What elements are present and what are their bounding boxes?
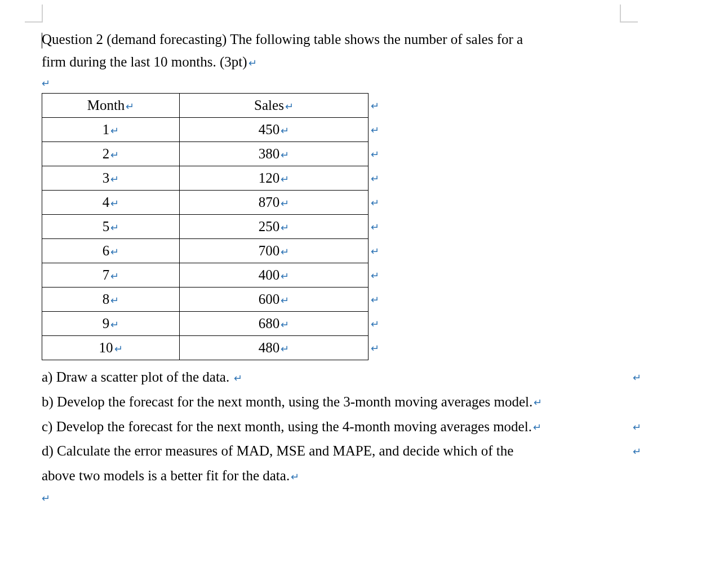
cell-sales[interactable]: 450↵ <box>180 118 369 142</box>
cell-month[interactable]: 2↵ <box>42 142 180 166</box>
subquestion-d[interactable]: d) Calculate the error measures of MAD, … <box>42 439 686 488</box>
cell-sales[interactable]: 870↵ <box>180 191 369 215</box>
sub-c-text: c) Develop the forecast for the next mon… <box>42 419 532 434</box>
cell-mark-icon: ↵ <box>114 343 123 355</box>
cell-mark-icon: ↵ <box>110 246 119 258</box>
cell-value: 1 <box>103 122 110 137</box>
margin-corner-top-left <box>25 5 43 23</box>
paragraph-mark-icon: ↵ <box>291 471 299 483</box>
row-end-mark-icon: ↵ <box>371 221 379 233</box>
empty-paragraph[interactable]: ↵ <box>42 492 686 506</box>
cell-sales[interactable]: 700↵ <box>180 239 369 263</box>
sales-table[interactable]: Month↵ Sales↵ 1↵ 450↵ 2↵ 380↵ 3↵ 120↵ 4↵… <box>42 93 369 360</box>
cell-mark-icon: ↵ <box>281 222 289 233</box>
cell-mark-icon: ↵ <box>110 198 119 209</box>
paragraph-mark-icon: ↵ <box>42 493 50 504</box>
cell-month[interactable]: 6↵ <box>42 239 180 263</box>
cell-value: 2 <box>103 146 110 161</box>
subquestion-a[interactable]: a) Draw a scatter plot of the data. ↵ ↵ <box>42 365 686 390</box>
header-sales-text: Sales <box>254 98 284 113</box>
row-end-mark-icon: ↵ <box>371 197 379 209</box>
subquestion-b[interactable]: b) Develop the forecast for the next mon… <box>42 390 686 414</box>
table-row: 4↵ 870↵ <box>42 191 369 215</box>
cell-sales[interactable]: 680↵ <box>180 312 369 336</box>
cell-mark-icon: ↵ <box>281 198 289 209</box>
empty-paragraph[interactable]: ↵ <box>42 77 686 91</box>
cell-value: 7 <box>103 267 110 282</box>
table-row: 7↵ 400↵ <box>42 263 369 288</box>
header-sales[interactable]: Sales↵ <box>180 94 369 118</box>
cell-value: 480 <box>259 340 280 355</box>
row-end-mark-icon: ↵ <box>371 148 379 161</box>
table-row: 3↵ 120↵ <box>42 166 369 191</box>
cell-sales[interactable]: 600↵ <box>180 288 369 312</box>
cell-value: 4 <box>103 194 110 210</box>
cell-mark-icon: ↵ <box>281 125 289 136</box>
cell-value: 5 <box>103 219 110 234</box>
cell-mark-icon: ↵ <box>281 174 289 185</box>
cell-month[interactable]: 3↵ <box>42 166 180 191</box>
cell-value: 8 <box>103 291 110 307</box>
cell-value: 700 <box>259 243 280 258</box>
margin-corner-top-right <box>620 5 638 23</box>
question-line-2: firm during the last 10 months. (3pt) <box>42 54 247 69</box>
document-page: Question 2 (demand forecasting) The foll… <box>0 0 728 519</box>
cell-value: 9 <box>103 316 110 331</box>
cell-mark-icon: ↵ <box>126 101 134 112</box>
question-text[interactable]: Question 2 (demand forecasting) The foll… <box>42 28 686 73</box>
cell-sales[interactable]: 480↵ <box>180 336 369 360</box>
cell-month[interactable]: 7↵ <box>42 263 180 288</box>
cell-mark-icon: ↵ <box>281 271 289 282</box>
cell-mark-icon: ↵ <box>281 246 289 258</box>
cell-sales[interactable]: 380↵ <box>180 142 369 166</box>
table-header-row: Month↵ Sales↵ <box>42 94 369 118</box>
row-end-mark-icon: ↵ <box>371 245 379 258</box>
table-row: 2↵ 380↵ <box>42 142 369 166</box>
cell-mark-icon: ↵ <box>281 343 289 355</box>
cell-mark-icon: ↵ <box>110 125 119 136</box>
header-month-text: Month <box>87 98 125 113</box>
cell-mark-icon: ↵ <box>110 319 119 330</box>
cell-month[interactable]: 5↵ <box>42 215 180 239</box>
table-row: 9↵ 680↵ <box>42 312 369 336</box>
cell-value: 120 <box>259 170 280 185</box>
paragraph-mark-icon: ↵ <box>42 78 50 89</box>
row-end-mark-icon: ↵ <box>371 100 379 112</box>
cell-mark-icon: ↵ <box>110 295 119 306</box>
cell-value: 400 <box>259 267 280 282</box>
table-row: 5↵ 250↵ <box>42 215 369 239</box>
cell-mark-icon: ↵ <box>281 319 289 330</box>
row-end-mark-icon: ↵ <box>371 173 379 185</box>
sub-b-text: b) Develop the forecast for the next mon… <box>42 394 532 409</box>
subquestion-c[interactable]: c) Develop the forecast for the next mon… <box>42 414 686 439</box>
row-end-mark-icon: ↵ <box>371 318 379 330</box>
cell-sales[interactable]: 120↵ <box>180 166 369 191</box>
cell-value: 450 <box>259 122 280 137</box>
cell-value: 3 <box>103 170 110 185</box>
cell-month[interactable]: 4↵ <box>42 191 180 215</box>
header-month[interactable]: Month↵ <box>42 94 180 118</box>
cell-value: 10 <box>99 340 113 355</box>
paragraph-mark-icon: ↵ <box>633 443 641 461</box>
sub-a-text: a) Draw a scatter plot of the data. <box>42 369 233 384</box>
cell-value: 600 <box>259 291 280 307</box>
paragraph-mark-icon: ↵ <box>248 58 257 69</box>
row-end-mark-icon: ↵ <box>371 294 379 306</box>
sub-d-line1: d) Calculate the error measures of MAD, … <box>42 443 513 458</box>
paragraph-mark-icon: ↵ <box>533 422 541 433</box>
cell-mark-icon: ↵ <box>110 174 119 185</box>
cell-sales[interactable]: 250↵ <box>180 215 369 239</box>
cell-mark-icon: ↵ <box>281 149 289 161</box>
row-end-mark-icon: ↵ <box>371 124 379 136</box>
cell-value: 6 <box>103 243 110 258</box>
cell-month[interactable]: 10↵ <box>42 336 180 360</box>
cell-mark-icon: ↵ <box>285 101 294 112</box>
cell-value: 680 <box>259 316 280 331</box>
cell-month[interactable]: 9↵ <box>42 312 180 336</box>
cell-sales[interactable]: 400↵ <box>180 263 369 288</box>
cell-month[interactable]: 1↵ <box>42 118 180 142</box>
question-line-1: Question 2 (demand forecasting) The foll… <box>42 32 523 47</box>
cell-month[interactable]: 8↵ <box>42 288 180 312</box>
cell-mark-icon: ↵ <box>110 149 119 161</box>
cell-mark-icon: ↵ <box>110 222 119 233</box>
